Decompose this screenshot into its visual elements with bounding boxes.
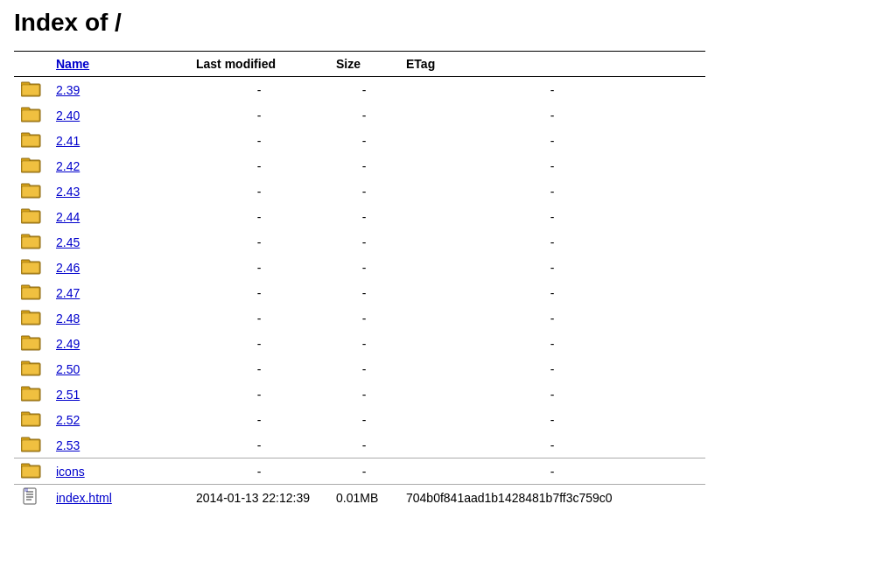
folder-link[interactable]: 2.48: [56, 312, 80, 326]
folder-modified: -: [189, 305, 329, 331]
folder-modified: -: [189, 356, 329, 382]
folder-etag: -: [399, 280, 705, 305]
folder-link[interactable]: 2.42: [56, 159, 80, 173]
folder-icon: [14, 407, 49, 432]
folder-name: 2.40: [49, 102, 189, 128]
folder-modified: -: [189, 204, 329, 229]
folder-size: -: [329, 305, 399, 331]
folder-name: 2.39: [49, 77, 189, 103]
file-etag: 704b0f841aad1b1428481b7ff3c759c0: [399, 485, 705, 511]
table-row: 2.53 - - -: [14, 432, 705, 458]
folder-etag: -: [399, 356, 705, 382]
folder-icon: [14, 255, 49, 280]
folder-etag: -: [399, 204, 705, 229]
table-row: 2.49 - - -: [14, 331, 705, 356]
folder-size: -: [329, 407, 399, 432]
svg-rect-23: [22, 262, 39, 273]
folder-size: -: [329, 102, 399, 128]
folder-name: 2.48: [49, 305, 189, 331]
svg-rect-35: [22, 364, 39, 374]
folder-link[interactable]: 2.51: [56, 388, 80, 402]
folder-icon: [14, 280, 49, 305]
folder-icon: [14, 305, 49, 331]
folder-etag: -: [399, 229, 705, 255]
folder-size: -: [329, 178, 399, 204]
folder-link[interactable]: 2.49: [56, 337, 80, 351]
file-size: 0.01MB: [329, 485, 399, 511]
folder-modified: -: [189, 280, 329, 305]
folder-link[interactable]: 2.44: [56, 210, 80, 224]
folder-icon: [14, 229, 49, 255]
folder-icon: [14, 204, 49, 229]
svg-rect-53: [25, 488, 28, 492]
table-row: 2.48 - - -: [14, 305, 705, 331]
folder-modified: -: [189, 128, 329, 153]
folder-size: -: [329, 77, 399, 103]
folder-etag: -: [399, 407, 705, 432]
folder-icon: [14, 178, 49, 204]
folder-modified: -: [189, 153, 329, 178]
folder-name: 2.46: [49, 255, 189, 280]
folder-modified: -: [189, 102, 329, 128]
folder-link[interactable]: 2.46: [56, 261, 80, 275]
folder-link[interactable]: 2.43: [56, 185, 80, 199]
folder-size: -: [329, 128, 399, 153]
folder-name: 2.45: [49, 229, 189, 255]
folder-etag: -: [399, 153, 705, 178]
folder-modified: -: [189, 407, 329, 432]
folder-name: 2.44: [49, 204, 189, 229]
folder-name: 2.42: [49, 153, 189, 178]
folder-link[interactable]: 2.45: [56, 235, 80, 249]
etag-column-header: ETag: [399, 52, 705, 77]
folder-link[interactable]: 2.40: [56, 108, 80, 122]
svg-rect-26: [22, 288, 39, 298]
folder-icon: [14, 77, 49, 103]
file-modified: 2014-01-13 22:12:39: [189, 485, 329, 511]
name-sort-link[interactable]: Name: [56, 57, 89, 71]
folder-icon: [14, 128, 49, 153]
folder-modified: -: [189, 229, 329, 255]
svg-rect-47: [22, 466, 39, 477]
table-row: index.html 2014-01-13 22:12:39 0.01MB 70…: [14, 485, 705, 511]
table-row: 2.40 - - -: [14, 102, 705, 128]
folder-link[interactable]: icons: [56, 465, 85, 479]
file-name: index.html: [49, 485, 189, 511]
folder-icon: [14, 331, 49, 356]
folder-size: -: [329, 153, 399, 178]
svg-rect-17: [22, 212, 39, 222]
folder-size: -: [329, 204, 399, 229]
table-row: 2.47 - - -: [14, 280, 705, 305]
table-row: 2.39 - - -: [14, 77, 705, 103]
folder-etag: -: [399, 331, 705, 356]
folder-link[interactable]: 2.47: [56, 286, 80, 300]
table-row: 2.45 - - -: [14, 229, 705, 255]
file-link[interactable]: index.html: [56, 491, 112, 505]
folder-etag: -: [399, 77, 705, 103]
folder-size: -: [329, 255, 399, 280]
folder-size: -: [329, 356, 399, 382]
size-column-header: Size: [329, 52, 399, 77]
folder-name: 2.49: [49, 331, 189, 356]
folder-name: 2.52: [49, 407, 189, 432]
folder-link[interactable]: 2.53: [56, 438, 80, 452]
folder-etag: -: [399, 128, 705, 153]
table-row: 2.51 - - -: [14, 382, 705, 407]
folder-etag: -: [399, 255, 705, 280]
folder-icon: [14, 458, 49, 485]
folder-link[interactable]: 2.50: [56, 362, 80, 376]
page-title: Index of /: [14, 9, 876, 37]
svg-rect-38: [22, 389, 39, 400]
folder-link[interactable]: 2.39: [56, 83, 80, 97]
table-row: 2.43 - - -: [14, 178, 705, 204]
svg-rect-14: [22, 186, 39, 197]
folder-size: -: [329, 458, 399, 485]
folder-link[interactable]: 2.52: [56, 413, 80, 427]
svg-rect-20: [22, 237, 39, 248]
folder-modified: -: [189, 255, 329, 280]
folder-modified: -: [189, 331, 329, 356]
folder-link[interactable]: 2.41: [56, 134, 80, 148]
table-row: 2.52 - - -: [14, 407, 705, 432]
folder-size: -: [329, 229, 399, 255]
folder-icon: [14, 153, 49, 178]
folder-icon: [14, 356, 49, 382]
